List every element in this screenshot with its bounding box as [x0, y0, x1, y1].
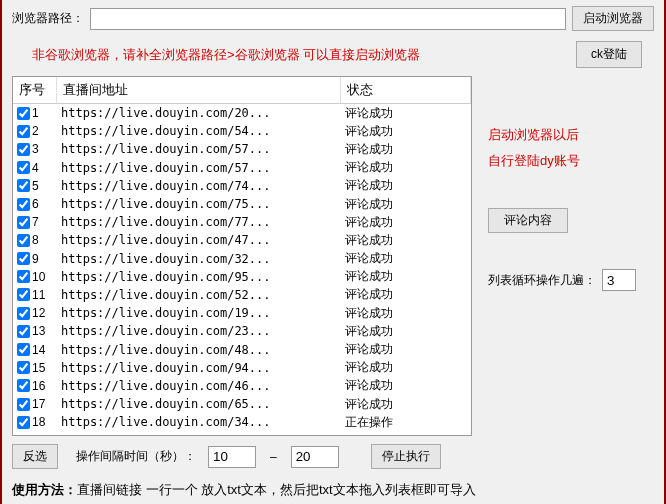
- launch-browser-button[interactable]: 启动浏览器: [572, 6, 654, 31]
- row-seq: 18: [32, 415, 45, 429]
- loop-label: 列表循环操作几遍：: [488, 272, 596, 289]
- row-url: https://live.douyin.com/32...: [57, 252, 341, 266]
- row-status: 评论成功: [341, 232, 471, 249]
- loop-count-input[interactable]: [602, 269, 636, 291]
- table-row[interactable]: 3https://live.douyin.com/57...评论成功: [13, 140, 471, 158]
- table-row[interactable]: 6https://live.douyin.com/75...评论成功: [13, 195, 471, 213]
- row-seq: 8: [32, 233, 39, 247]
- row-seq: 12: [32, 306, 45, 320]
- row-url: https://live.douyin.com/46...: [57, 379, 341, 393]
- stop-execute-button[interactable]: 停止执行: [371, 444, 441, 469]
- browser-path-input[interactable]: [90, 8, 566, 30]
- table-row[interactable]: 10https://live.douyin.com/95...评论成功: [13, 268, 471, 286]
- usage-label: 使用方法：: [12, 482, 77, 497]
- row-url: https://live.douyin.com/54...: [57, 124, 341, 138]
- row-url: https://live.douyin.com/75...: [57, 197, 341, 211]
- browser-path-label: 浏览器路径：: [12, 10, 84, 27]
- table-row[interactable]: 16https://live.douyin.com/46...评论成功: [13, 377, 471, 395]
- table-row[interactable]: 2https://live.douyin.com/54...评论成功: [13, 122, 471, 140]
- row-seq: 15: [32, 361, 45, 375]
- row-status: 评论成功: [341, 214, 471, 231]
- table-row[interactable]: 17https://live.douyin.com/65...评论成功: [13, 395, 471, 413]
- row-seq: 5: [32, 179, 39, 193]
- row-checkbox[interactable]: [17, 379, 30, 392]
- row-status: 评论成功: [341, 341, 471, 358]
- row-checkbox[interactable]: [17, 361, 30, 374]
- ck-login-button[interactable]: ck登陆: [576, 41, 642, 68]
- interval-min-input[interactable]: [208, 446, 256, 468]
- invert-selection-button[interactable]: 反选: [12, 444, 58, 469]
- row-status: 评论成功: [341, 323, 471, 340]
- row-checkbox[interactable]: [17, 125, 30, 138]
- table-row[interactable]: 8https://live.douyin.com/47...评论成功: [13, 231, 471, 249]
- table-row[interactable]: 5https://live.douyin.com/74...评论成功: [13, 177, 471, 195]
- dash-separator: –: [270, 450, 277, 464]
- table-row[interactable]: 14https://live.douyin.com/48...评论成功: [13, 340, 471, 358]
- row-url: https://live.douyin.com/94...: [57, 361, 341, 375]
- row-checkbox[interactable]: [17, 198, 30, 211]
- row-seq: 2: [32, 124, 39, 138]
- row-status: 评论成功: [341, 268, 471, 285]
- row-seq: 14: [32, 343, 45, 357]
- usage-text: 直播间链接 一行一个 放入txt文本，然后把txt文本拖入列表框即可导入: [77, 482, 476, 497]
- row-url: https://live.douyin.com/77...: [57, 215, 341, 229]
- side-hint-2: 自行登陆dy账号: [488, 152, 648, 170]
- row-status: 正在操作: [341, 414, 471, 431]
- row-checkbox[interactable]: [17, 270, 30, 283]
- side-hint-1: 启动浏览器以后: [488, 126, 648, 144]
- col-seq: 序号: [13, 77, 57, 103]
- table-row[interactable]: 4https://live.douyin.com/57...评论成功: [13, 159, 471, 177]
- row-checkbox[interactable]: [17, 398, 30, 411]
- warning-text: 非谷歌浏览器，请补全浏览器路径>谷歌浏览器 可以直接启动浏览器: [32, 46, 420, 64]
- row-checkbox[interactable]: [17, 234, 30, 247]
- row-status: 评论成功: [341, 250, 471, 267]
- row-status: 评论成功: [341, 141, 471, 158]
- row-checkbox[interactable]: [17, 416, 30, 429]
- row-url: https://live.douyin.com/19...: [57, 306, 341, 320]
- row-url: https://live.douyin.com/47...: [57, 233, 341, 247]
- row-checkbox[interactable]: [17, 216, 30, 229]
- row-status: 评论成功: [341, 196, 471, 213]
- row-checkbox[interactable]: [17, 307, 30, 320]
- col-status: 状态: [341, 77, 471, 103]
- row-seq: 13: [32, 324, 45, 338]
- row-url: https://live.douyin.com/20...: [57, 106, 341, 120]
- row-checkbox[interactable]: [17, 107, 30, 120]
- row-checkbox[interactable]: [17, 325, 30, 338]
- comment-content-button[interactable]: 评论内容: [488, 208, 568, 233]
- row-status: 评论成功: [341, 286, 471, 303]
- row-url: https://live.douyin.com/48...: [57, 343, 341, 357]
- table-row[interactable]: 13https://live.douyin.com/23...评论成功: [13, 322, 471, 340]
- row-checkbox[interactable]: [17, 179, 30, 192]
- table-row[interactable]: 7https://live.douyin.com/77...评论成功: [13, 213, 471, 231]
- row-seq: 9: [32, 252, 39, 266]
- row-seq: 4: [32, 161, 39, 175]
- row-seq: 6: [32, 197, 39, 211]
- row-checkbox[interactable]: [17, 161, 30, 174]
- row-url: https://live.douyin.com/52...: [57, 288, 341, 302]
- row-status: 评论成功: [341, 159, 471, 176]
- row-status: 评论成功: [341, 359, 471, 376]
- row-seq: 1: [32, 106, 39, 120]
- row-url: https://live.douyin.com/57...: [57, 142, 341, 156]
- table-row[interactable]: 11https://live.douyin.com/52...评论成功: [13, 286, 471, 304]
- row-checkbox[interactable]: [17, 143, 30, 156]
- row-url: https://live.douyin.com/23...: [57, 324, 341, 338]
- table-row[interactable]: 1https://live.douyin.com/20...评论成功: [13, 104, 471, 122]
- row-status: 评论成功: [341, 123, 471, 140]
- table-row[interactable]: 18https://live.douyin.com/34...正在操作: [13, 413, 471, 431]
- interval-max-input[interactable]: [291, 446, 339, 468]
- row-status: 评论成功: [341, 105, 471, 122]
- table-row[interactable]: 9https://live.douyin.com/32...评论成功: [13, 250, 471, 268]
- row-url: https://live.douyin.com/57...: [57, 161, 341, 175]
- row-checkbox[interactable]: [17, 343, 30, 356]
- row-seq: 17: [32, 397, 45, 411]
- table-row[interactable]: 12https://live.douyin.com/19...评论成功: [13, 304, 471, 322]
- row-seq: 7: [32, 215, 39, 229]
- table-row[interactable]: 15https://live.douyin.com/94...评论成功: [13, 359, 471, 377]
- row-checkbox[interactable]: [17, 288, 30, 301]
- room-table[interactable]: 序号 直播间地址 状态 1https://live.douyin.com/20.…: [12, 76, 472, 436]
- row-checkbox[interactable]: [17, 252, 30, 265]
- row-url: https://live.douyin.com/34...: [57, 415, 341, 429]
- row-seq: 11: [32, 288, 45, 302]
